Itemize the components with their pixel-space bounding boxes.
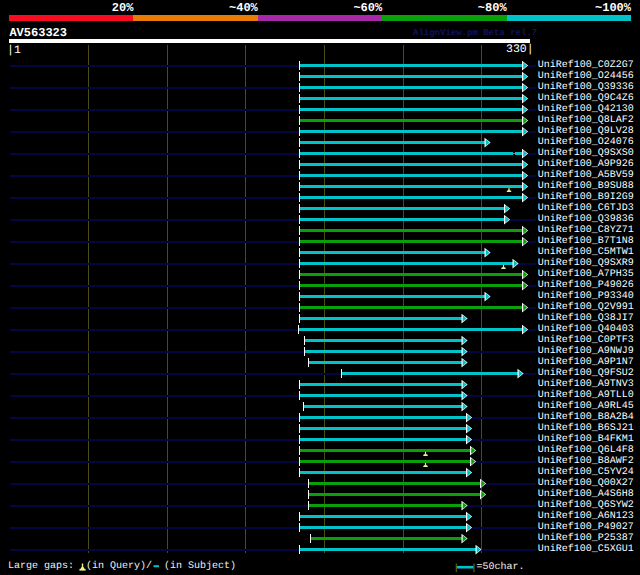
svg-text:UniRef100_P93340: UniRef100_P93340 <box>538 290 634 302</box>
svg-text:UniRef100_P25387: UniRef100_P25387 <box>538 532 634 544</box>
svg-text:UniRef100_A9NWJ9: UniRef100_A9NWJ9 <box>538 345 634 357</box>
svg-text:|1: |1 <box>7 44 21 57</box>
svg-text:UniRef100_B8AWF2: UniRef100_B8AWF2 <box>538 455 634 467</box>
svg-text:UniRef100_P49027: UniRef100_P49027 <box>538 521 634 533</box>
svg-text:UniRef100_B8A2B4: UniRef100_B8A2B4 <box>538 411 634 423</box>
svg-text:UniRef100_A9P1N7: UniRef100_A9P1N7 <box>538 356 634 368</box>
svg-text:UniRef100_Q40403: UniRef100_Q40403 <box>538 323 634 335</box>
svg-text:UniRef100_A4S6H8: UniRef100_A4S6H8 <box>538 488 634 500</box>
svg-text:UniRef100_C8YZ71: UniRef100_C8YZ71 <box>538 224 634 236</box>
svg-text:~60%: ~60% <box>353 1 383 15</box>
svg-text:UniRef100_A9RL45: UniRef100_A9RL45 <box>538 400 634 412</box>
svg-text:UniRef100_Q38JI7: UniRef100_Q38JI7 <box>538 312 634 324</box>
svg-text:UniRef100_A7PH35: UniRef100_A7PH35 <box>538 268 634 280</box>
svg-text:UniRef100_B7T1N8: UniRef100_B7T1N8 <box>538 235 634 247</box>
svg-text:UniRef100_B4FKM1: UniRef100_B4FKM1 <box>538 433 634 445</box>
svg-text:UniRef100_A6N123: UniRef100_A6N123 <box>538 510 634 522</box>
svg-text:UniRef100_Q9FSU2: UniRef100_Q9FSU2 <box>538 367 634 379</box>
svg-text:UniRef100_Q8LAF2: UniRef100_Q8LAF2 <box>538 114 634 126</box>
svg-text:UniRef100_Q9SXS0: UniRef100_Q9SXS0 <box>538 147 634 159</box>
svg-text:UniRef100_Q42130: UniRef100_Q42130 <box>538 103 634 115</box>
svg-text:UniRef100_Q39836: UniRef100_Q39836 <box>538 213 634 225</box>
svg-text:UniRef100_Q9C4Z6: UniRef100_Q9C4Z6 <box>538 92 634 104</box>
svg-text:UniRef100_B6SJ21: UniRef100_B6SJ21 <box>538 422 634 434</box>
svg-text:UniRef100_C5XGU1: UniRef100_C5XGU1 <box>538 543 634 555</box>
svg-text:(in Query)/: (in Query)/ <box>86 560 152 572</box>
svg-text:(in Subject): (in Subject) <box>164 560 236 572</box>
svg-text:UniRef100_A9TNV3: UniRef100_A9TNV3 <box>538 378 634 390</box>
svg-text:UniRef100_P49026: UniRef100_P49026 <box>538 279 634 291</box>
svg-text:UniRef100_B9I2G9: UniRef100_B9I2G9 <box>538 191 634 203</box>
svg-text:UniRef100_O24076: UniRef100_O24076 <box>538 136 634 148</box>
svg-text:UniRef100_C5MTW1: UniRef100_C5MTW1 <box>538 246 634 258</box>
svg-text:UniRef100_O24456: UniRef100_O24456 <box>538 70 634 82</box>
svg-text:UniRef100_A9TLL0: UniRef100_A9TLL0 <box>538 389 634 401</box>
svg-text:UniRef100_Q39336: UniRef100_Q39336 <box>538 81 634 93</box>
svg-text:UniRef100_C6TJD3: UniRef100_C6TJD3 <box>538 202 634 214</box>
svg-text:UniRef100_Q6SYW2: UniRef100_Q6SYW2 <box>538 499 634 511</box>
svg-text:~40%: ~40% <box>229 1 259 15</box>
svg-text:UniRef100_Q9LV28: UniRef100_Q9LV28 <box>538 125 634 137</box>
svg-text:20%: 20% <box>112 1 134 15</box>
svg-text:UniRef100_Q6L4F8: UniRef100_Q6L4F8 <box>538 444 634 456</box>
svg-text:UniRef100_B9SU88: UniRef100_B9SU88 <box>538 180 634 192</box>
svg-text:AV563323: AV563323 <box>9 26 67 40</box>
svg-text:UniRef100_Q00X27: UniRef100_Q00X27 <box>538 477 634 489</box>
svg-text:~80%: ~80% <box>478 1 508 15</box>
svg-text:Large gaps:: Large gaps: <box>8 561 74 572</box>
svg-text:=50char.: =50char. <box>477 561 525 573</box>
svg-text:~100%: ~100% <box>595 1 632 15</box>
svg-text:AlignView.pm Beta rel.7: AlignView.pm Beta rel.7 <box>413 28 537 38</box>
svg-text:330|: 330| <box>506 43 534 56</box>
svg-text:UniRef100_C5YV24: UniRef100_C5YV24 <box>538 466 634 478</box>
svg-text:UniRef100_Q9SXR9: UniRef100_Q9SXR9 <box>538 257 634 269</box>
svg-text:UniRef100_A5BV59: UniRef100_A5BV59 <box>538 169 634 181</box>
svg-text:UniRef100_C0Z2G7: UniRef100_C0Z2G7 <box>538 59 634 71</box>
svg-text:UniRef100_Q2V991: UniRef100_Q2V991 <box>538 301 634 313</box>
svg-text:UniRef100_A9P926: UniRef100_A9P926 <box>538 158 634 170</box>
svg-text:UniRef100_C0PTF3: UniRef100_C0PTF3 <box>538 334 634 346</box>
